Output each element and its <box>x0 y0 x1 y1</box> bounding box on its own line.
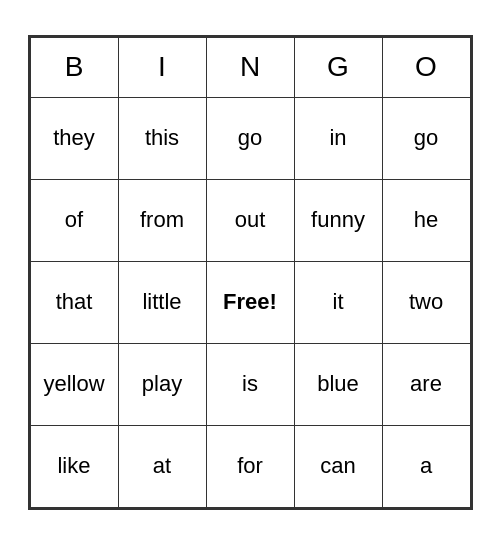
bingo-cell: like <box>30 425 118 507</box>
bingo-cell: he <box>382 179 470 261</box>
bingo-cell: that <box>30 261 118 343</box>
bingo-cell: funny <box>294 179 382 261</box>
bingo-cell: a <box>382 425 470 507</box>
bingo-cell: this <box>118 97 206 179</box>
bingo-cell: out <box>206 179 294 261</box>
bingo-cell: two <box>382 261 470 343</box>
header-cell: B <box>30 37 118 97</box>
header-cell: O <box>382 37 470 97</box>
bingo-cell: play <box>118 343 206 425</box>
table-row: thatlittleFree!ittwo <box>30 261 470 343</box>
bingo-cell: is <box>206 343 294 425</box>
bingo-cell: little <box>118 261 206 343</box>
table-row: theythisgoingo <box>30 97 470 179</box>
bingo-cell: in <box>294 97 382 179</box>
bingo-cell: are <box>382 343 470 425</box>
header-row: BINGO <box>30 37 470 97</box>
bingo-cell: at <box>118 425 206 507</box>
bingo-cell: go <box>206 97 294 179</box>
bingo-cell: it <box>294 261 382 343</box>
bingo-cell: for <box>206 425 294 507</box>
bingo-cell: Free! <box>206 261 294 343</box>
header-cell: G <box>294 37 382 97</box>
header-cell: N <box>206 37 294 97</box>
table-row: likeatforcana <box>30 425 470 507</box>
bingo-cell: can <box>294 425 382 507</box>
bingo-cell: blue <box>294 343 382 425</box>
bingo-cell: go <box>382 97 470 179</box>
header-cell: I <box>118 37 206 97</box>
bingo-cell: of <box>30 179 118 261</box>
bingo-cell: they <box>30 97 118 179</box>
bingo-cell: from <box>118 179 206 261</box>
bingo-cell: yellow <box>30 343 118 425</box>
table-row: yellowplayisblueare <box>30 343 470 425</box>
bingo-card: BINGO theythisgoingooffromoutfunnyhethat… <box>28 35 473 510</box>
table-row: offromoutfunnyhe <box>30 179 470 261</box>
